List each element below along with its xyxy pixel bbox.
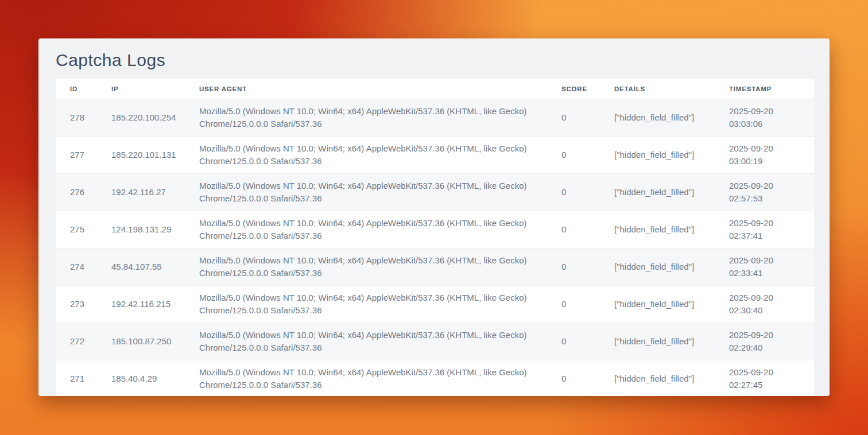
cell-ip: 185.100.87.250 — [97, 323, 185, 360]
cell-id: 276 — [56, 174, 97, 211]
cell-score: 0 — [547, 323, 600, 360]
cell-timestamp: 2025-09-20 02:57:53 — [715, 174, 814, 211]
table-row: 274 45.84.107.55 Mozilla/5.0 (Windows NT… — [56, 248, 814, 286]
cell-score: 0 — [547, 174, 600, 211]
cell-score: 0 — [547, 360, 600, 397]
cell-ip: 192.42.116.215 — [97, 286, 185, 323]
cell-ip: 185.220.100.254 — [97, 99, 185, 137]
cell-id: 274 — [56, 248, 97, 286]
column-header-timestamp: TIMESTAMP — [715, 79, 814, 99]
cell-timestamp: 2025-09-20 03:00:19 — [715, 137, 814, 174]
cell-ip: 124.198.131.29 — [97, 211, 185, 248]
cell-id: 278 — [56, 99, 97, 137]
captcha-logs-table: ID IP USER AGENT SCORE DETAILS TIMESTAMP… — [56, 79, 814, 396]
cell-id: 272 — [56, 323, 97, 360]
column-header-details: DETAILS — [600, 79, 715, 99]
table-row: 273 192.42.116.215 Mozilla/5.0 (Windows … — [56, 286, 814, 323]
column-header-id: ID — [56, 79, 97, 99]
cell-ip: 192.42.116.27 — [97, 174, 185, 211]
table-row: 275 124.198.131.29 Mozilla/5.0 (Windows … — [56, 211, 814, 248]
cell-timestamp: 2025-09-20 02:33:41 — [715, 248, 814, 286]
cell-timestamp: 2025-09-20 02:27:45 — [715, 360, 814, 397]
cell-details: ["hidden_field_filled"] — [600, 211, 715, 248]
cell-user-agent: Mozilla/5.0 (Windows NT 10.0; Win64; x64… — [185, 323, 547, 360]
cell-details: ["hidden_field_filled"] — [600, 286, 715, 323]
cell-user-agent: Mozilla/5.0 (Windows NT 10.0; Win64; x64… — [185, 360, 547, 397]
page-background: { "page": { "title": "Captcha Logs" }, "… — [0, 0, 868, 435]
cell-ip: 185.220.101.131 — [97, 137, 185, 174]
cell-details: ["hidden_field_filled"] — [600, 323, 715, 360]
captcha-logs-card: Captcha Logs ID IP USER AGENT SCORE DETA… — [38, 38, 830, 396]
cell-user-agent: Mozilla/5.0 (Windows NT 10.0; Win64; x64… — [185, 286, 547, 323]
cell-id: 273 — [56, 286, 97, 323]
table-row: 271 185.40.4.29 Mozilla/5.0 (Windows NT … — [56, 360, 814, 397]
column-header-ip: IP — [97, 79, 185, 99]
cell-timestamp: 2025-09-20 02:30:40 — [715, 286, 814, 323]
column-header-user-agent: USER AGENT — [185, 79, 547, 99]
table-row: 277 185.220.101.131 Mozilla/5.0 (Windows… — [56, 137, 814, 174]
cell-score: 0 — [547, 248, 600, 286]
cell-timestamp: 2025-09-20 03:03:06 — [715, 99, 814, 137]
table-header: ID IP USER AGENT SCORE DETAILS TIMESTAMP — [56, 79, 814, 99]
cell-score: 0 — [547, 99, 600, 137]
cell-user-agent: Mozilla/5.0 (Windows NT 10.0; Win64; x64… — [185, 211, 547, 248]
table-row: 276 192.42.116.27 Mozilla/5.0 (Windows N… — [56, 174, 814, 211]
cell-details: ["hidden_field_filled"] — [600, 360, 715, 397]
cell-timestamp: 2025-09-20 02:29:40 — [715, 323, 814, 360]
cell-score: 0 — [547, 286, 600, 323]
cell-user-agent: Mozilla/5.0 (Windows NT 10.0; Win64; x64… — [185, 174, 547, 211]
cell-user-agent: Mozilla/5.0 (Windows NT 10.0; Win64; x64… — [185, 248, 547, 286]
cell-user-agent: Mozilla/5.0 (Windows NT 10.0; Win64; x64… — [185, 137, 547, 174]
table-row: 278 185.220.100.254 Mozilla/5.0 (Windows… — [56, 99, 814, 137]
cell-timestamp: 2025-09-20 02:37:41 — [715, 211, 814, 248]
cell-user-agent: Mozilla/5.0 (Windows NT 10.0; Win64; x64… — [185, 99, 547, 137]
table-body: 278 185.220.100.254 Mozilla/5.0 (Windows… — [56, 99, 814, 397]
cell-score: 0 — [547, 211, 600, 248]
cell-details: ["hidden_field_filled"] — [600, 248, 715, 286]
cell-score: 0 — [547, 137, 600, 174]
table-row: 272 185.100.87.250 Mozilla/5.0 (Windows … — [56, 323, 814, 360]
cell-id: 275 — [56, 211, 97, 248]
cell-details: ["hidden_field_filled"] — [600, 99, 715, 137]
column-header-score: SCORE — [547, 79, 600, 99]
cell-ip: 45.84.107.55 — [97, 248, 185, 286]
cell-details: ["hidden_field_filled"] — [600, 174, 715, 211]
page-title: Captcha Logs — [56, 49, 812, 72]
cell-id: 271 — [56, 360, 97, 397]
cell-id: 277 — [56, 137, 97, 174]
cell-ip: 185.40.4.29 — [97, 360, 185, 397]
cell-details: ["hidden_field_filled"] — [600, 137, 715, 174]
